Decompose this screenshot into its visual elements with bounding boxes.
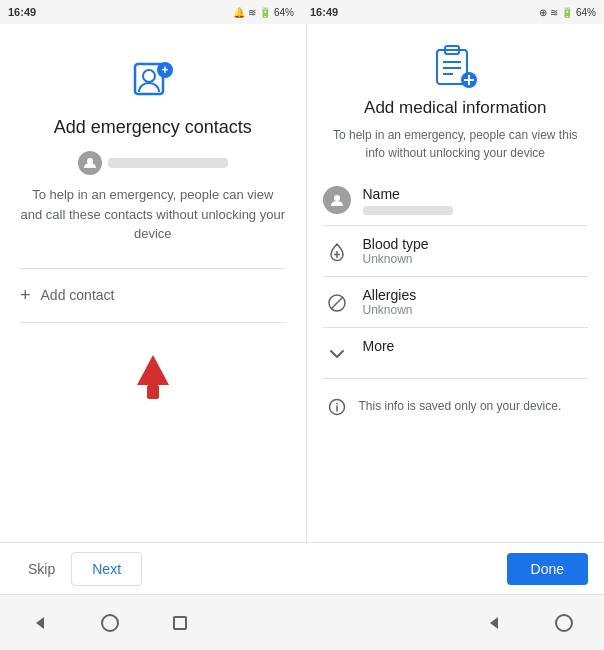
back-button[interactable] xyxy=(20,603,60,643)
right-panel-title: Add medical information xyxy=(323,98,589,118)
done-button[interactable]: Done xyxy=(507,553,588,585)
allergies-content: Allergies Unknown xyxy=(363,287,417,317)
more-label: More xyxy=(363,338,395,354)
svg-point-24 xyxy=(102,615,118,631)
right-nav-controls xyxy=(474,603,584,643)
alarm-icon: 🔔 xyxy=(233,7,245,18)
info-circle-icon xyxy=(323,393,351,421)
contact-row xyxy=(78,151,228,175)
blood-type-content: Blood type Unknown xyxy=(363,236,429,266)
emergency-contacts-icon: + xyxy=(129,54,177,102)
svg-point-1 xyxy=(143,70,155,82)
info-note: This info is saved only on your device. xyxy=(323,379,589,433)
blood-type-value: Unknown xyxy=(363,252,429,266)
bottom-nav-bar xyxy=(0,594,604,650)
left-status-icons: 🔔 ≋ 🔋 64% xyxy=(233,7,294,18)
action-bar-left: Skip Next xyxy=(0,543,302,594)
chevron-down-icon xyxy=(323,340,351,368)
contact-avatar xyxy=(78,151,102,175)
status-bars: 16:49 🔔 ≋ 🔋 64% 16:49 ⊕ ≋ 🔋 64% xyxy=(0,0,604,24)
right-panel: Add medical information To help in an em… xyxy=(307,24,605,542)
name-content: Name xyxy=(363,186,453,215)
svg-point-27 xyxy=(556,615,572,631)
main-content: + Add emergency contacts To help in an e… xyxy=(0,24,604,542)
svg-line-19 xyxy=(331,297,343,309)
next-button[interactable]: Next xyxy=(71,552,142,586)
left-panel-description: To help in an emergency, people can view… xyxy=(20,185,286,244)
svg-point-15 xyxy=(334,195,340,201)
svg-text:+: + xyxy=(161,63,168,77)
right-panel-description: To help in an emergency, people can view… xyxy=(323,126,589,162)
home-button[interactable] xyxy=(90,603,130,643)
svg-marker-5 xyxy=(137,355,169,385)
signal-icon: ⊕ xyxy=(539,7,547,18)
battery-icon-right: 🔋 xyxy=(561,7,573,18)
arrow-up-indicator xyxy=(123,347,183,407)
divider-bottom xyxy=(20,322,286,323)
svg-rect-25 xyxy=(174,617,186,629)
medical-info-icon xyxy=(323,44,589,88)
battery-icon: 🔋 xyxy=(259,7,271,18)
recents-button[interactable] xyxy=(160,603,200,643)
action-bar: Skip Next Done xyxy=(0,542,604,594)
wifi-icon: ≋ xyxy=(248,7,256,18)
left-time: 16:49 xyxy=(8,6,36,18)
allergies-value: Unknown xyxy=(363,303,417,317)
right-status-bar: 16:49 ⊕ ≋ 🔋 64% xyxy=(302,0,604,24)
svg-point-22 xyxy=(336,403,338,405)
blood-type-icon xyxy=(323,238,351,266)
add-contact-label: Add contact xyxy=(41,287,115,303)
left-panel: + Add emergency contacts To help in an e… xyxy=(0,24,307,542)
home-button-right[interactable] xyxy=(544,603,584,643)
blood-type-label: Blood type xyxy=(363,236,429,252)
action-bar-right: Done xyxy=(302,543,604,594)
svg-marker-23 xyxy=(36,617,44,629)
wifi-icon-right: ≋ xyxy=(550,7,558,18)
plus-icon: + xyxy=(20,285,31,306)
back-button-right[interactable] xyxy=(474,603,514,643)
more-content: More xyxy=(363,338,395,354)
battery-percent: 64% xyxy=(274,7,294,18)
contact-name-blurred xyxy=(108,158,228,168)
add-contact-button[interactable]: + Add contact xyxy=(20,273,286,318)
allergies-icon xyxy=(323,289,351,317)
name-avatar xyxy=(323,186,351,214)
name-label: Name xyxy=(363,186,453,202)
skip-button[interactable]: Skip xyxy=(16,553,67,585)
left-status-bar: 16:49 🔔 ≋ 🔋 64% xyxy=(0,0,302,24)
svg-marker-26 xyxy=(490,617,498,629)
allergies-label: Allergies xyxy=(363,287,417,303)
name-row[interactable]: Name xyxy=(323,176,589,226)
name-value-blurred xyxy=(363,206,453,215)
svg-rect-6 xyxy=(147,385,159,399)
more-row[interactable]: More xyxy=(323,328,589,379)
right-status-icons: ⊕ ≋ 🔋 64% xyxy=(539,7,596,18)
battery-percent-right: 64% xyxy=(576,7,596,18)
left-nav-controls xyxy=(20,603,200,643)
divider-top xyxy=(20,268,286,269)
blood-type-row[interactable]: Blood type Unknown xyxy=(323,226,589,277)
left-panel-title: Add emergency contacts xyxy=(54,116,252,139)
allergies-row[interactable]: Allergies Unknown xyxy=(323,277,589,328)
info-note-text: This info is saved only on your device. xyxy=(359,399,562,413)
right-time: 16:49 xyxy=(310,6,338,18)
